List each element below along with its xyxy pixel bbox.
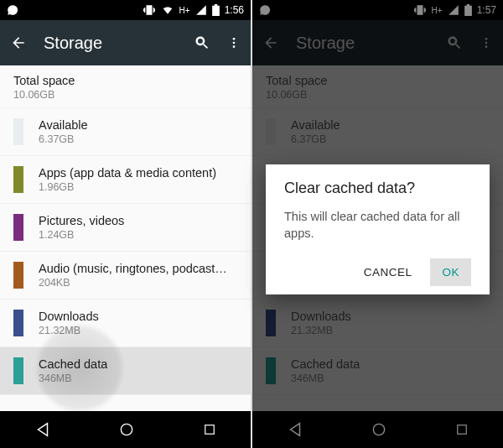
page-title: Storage — [44, 34, 177, 53]
storage-row[interactable]: Apps (app data & media content)1.96GB — [0, 156, 251, 204]
row-value: 204KB — [39, 277, 231, 289]
row-label: Audio (music, ringtones, podcasts, et.. — [39, 262, 231, 275]
row-label: Downloads — [39, 310, 99, 323]
nav-back-icon[interactable] — [34, 420, 52, 439]
ok-button[interactable]: OK — [430, 258, 471, 286]
action-bar: Storage — [0, 20, 251, 65]
network-type: H+ — [179, 6, 190, 15]
color-swatch — [13, 310, 23, 336]
screen-left: H+ 1:56 Storage Total space 10.06GB Avai… — [0, 0, 251, 448]
color-swatch — [13, 214, 23, 241]
color-swatch — [13, 166, 23, 193]
total-space: Total space 10.06GB — [0, 65, 251, 108]
svg-rect-4 — [205, 425, 215, 435]
svg-point-1 — [233, 42, 236, 44]
nav-bar — [0, 411, 251, 448]
row-value: 1.24GB — [39, 229, 124, 241]
storage-row[interactable]: Cached data346MB — [0, 347, 251, 395]
row-value: 21.32MB — [39, 325, 99, 336]
status-bar: H+ 1:56 — [0, 0, 251, 20]
clock: 1:56 — [225, 4, 244, 16]
search-icon[interactable] — [194, 34, 210, 51]
back-icon[interactable] — [10, 34, 27, 51]
storage-row[interactable]: Downloads21.32MB — [0, 300, 251, 347]
row-value: 346MB — [39, 372, 107, 384]
nav-recent-icon[interactable] — [202, 422, 217, 437]
battery-icon — [212, 4, 220, 16]
row-label: Apps (app data & media content) — [39, 166, 216, 180]
cancel-button[interactable]: CANCEL — [352, 258, 424, 286]
clear-cache-dialog: Clear cached data? This will clear cache… — [266, 164, 490, 294]
dialog-body: This will clear cached data for all apps… — [284, 209, 471, 242]
storage-list: Total space 10.06GB Available6.37GBApps … — [0, 65, 251, 411]
storage-row[interactable]: Pictures, videos1.24GB — [0, 204, 251, 252]
total-value: 10.06GB — [13, 89, 237, 101]
row-label: Cached data — [39, 357, 107, 371]
svg-point-0 — [233, 38, 236, 40]
row-label: Pictures, videos — [39, 214, 124, 227]
vibrate-icon — [143, 4, 156, 16]
storage-row[interactable]: Available6.37GB — [0, 108, 251, 156]
whatsapp-icon — [7, 4, 18, 16]
row-value: 1.96GB — [39, 181, 216, 193]
row-label: Available — [39, 118, 88, 132]
total-label: Total space — [13, 74, 237, 87]
overflow-icon[interactable] — [227, 34, 241, 51]
row-value: 6.37GB — [39, 133, 88, 145]
dialog-actions: CANCEL OK — [284, 258, 471, 286]
signal-icon — [195, 4, 207, 16]
storage-row[interactable]: Audio (music, ringtones, podcasts, et..2… — [0, 252, 251, 300]
nav-home-icon[interactable] — [118, 421, 135, 438]
color-swatch — [13, 357, 23, 384]
svg-point-3 — [122, 424, 132, 435]
wifi-icon — [161, 4, 174, 16]
color-swatch — [13, 118, 23, 145]
screen-right: H+ 1:57 Storage Total space 10.06GB Avai… — [252, 0, 503, 448]
color-swatch — [13, 262, 23, 289]
svg-point-2 — [233, 45, 236, 48]
dialog-title: Clear cached data? — [284, 180, 471, 197]
